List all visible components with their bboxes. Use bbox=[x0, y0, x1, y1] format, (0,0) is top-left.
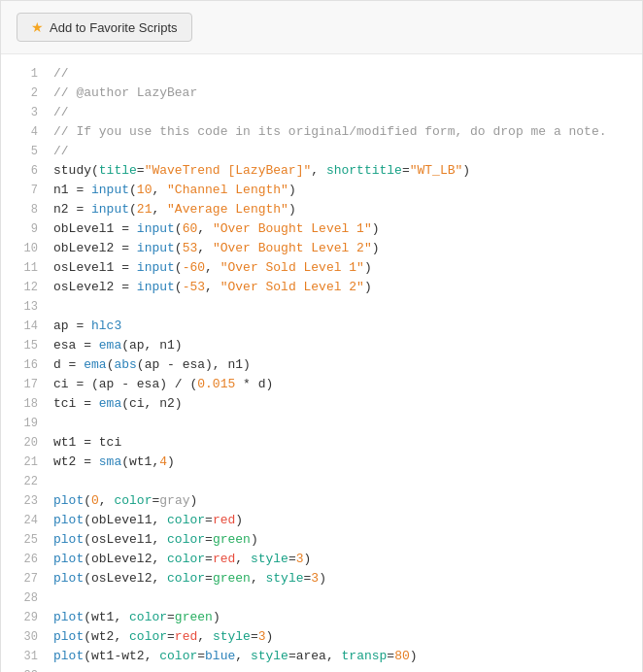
token: = bbox=[205, 571, 213, 586]
add-to-favorites-button[interactable]: ★ Add to Favorite Scripts bbox=[17, 13, 192, 42]
token: plot bbox=[53, 629, 84, 644]
token: "Over Sold Level 2" bbox=[220, 280, 364, 294]
line-number: 11 bbox=[11, 258, 38, 278]
token: input bbox=[137, 260, 175, 275]
token: , bbox=[197, 241, 213, 255]
token: red bbox=[213, 552, 235, 566]
token: ) bbox=[319, 571, 326, 586]
line-number: 27 bbox=[11, 569, 38, 588]
code-line: 19 bbox=[1, 414, 642, 433]
token: // bbox=[53, 144, 69, 158]
token: , bbox=[99, 493, 115, 508]
token: ( bbox=[129, 183, 137, 197]
token: input bbox=[137, 280, 175, 294]
code-line: 4// If you use this code in its original… bbox=[1, 122, 642, 142]
line-number: 23 bbox=[11, 491, 38, 511]
token: color bbox=[167, 513, 205, 527]
line-content: ci = (ap - esa) / (0.015 * d) bbox=[53, 375, 273, 394]
token: = bbox=[288, 649, 296, 663]
code-line: 18tci = ema(ci, n2) bbox=[1, 394, 642, 414]
line-content bbox=[53, 588, 61, 608]
token: color bbox=[159, 649, 197, 663]
line-content: wt2 = sma(wt1,4) bbox=[53, 453, 175, 472]
line-content: // bbox=[53, 103, 69, 122]
line-number: 30 bbox=[11, 627, 38, 647]
fav-button-label: Add to Favorite Scripts bbox=[50, 20, 178, 35]
token: , bbox=[235, 649, 251, 663]
line-content: plot(obLevel2, color=red, style=3) bbox=[53, 550, 311, 569]
token: style bbox=[266, 571, 304, 586]
line-content: plot(wt2, color=red, style=3) bbox=[53, 627, 273, 647]
line-number: 25 bbox=[11, 530, 38, 550]
token: tci = bbox=[53, 396, 99, 411]
token: green bbox=[213, 571, 251, 586]
line-content: // bbox=[53, 142, 69, 161]
token: = bbox=[251, 629, 258, 644]
line-number: 7 bbox=[11, 181, 38, 200]
token: input bbox=[91, 202, 129, 217]
toolbar: ★ Add to Favorite Scripts bbox=[1, 1, 642, 54]
code-line: 28 bbox=[1, 588, 642, 608]
line-number: 29 bbox=[11, 608, 38, 627]
token: ap = bbox=[53, 319, 91, 333]
token: obLevel1 = bbox=[53, 221, 137, 236]
line-content: n2 = input(21, "Average Length") bbox=[53, 200, 296, 219]
token: plot bbox=[53, 493, 84, 508]
line-content: obLevel1 = input(60, "Over Bought Level … bbox=[53, 219, 380, 239]
line-content: osLevel2 = input(-53, "Over Sold Level 2… bbox=[53, 278, 372, 297]
token: ) bbox=[288, 183, 296, 197]
token: abs bbox=[114, 357, 136, 372]
token: ) bbox=[372, 241, 380, 255]
token: ( bbox=[175, 241, 183, 255]
token: input bbox=[137, 241, 175, 255]
line-number: 8 bbox=[11, 200, 38, 219]
token: title bbox=[99, 163, 137, 178]
code-line: 20wt1 = tci bbox=[1, 433, 642, 453]
token: 53 bbox=[183, 241, 198, 255]
token: transp bbox=[342, 649, 388, 663]
token: (wt1, bbox=[121, 454, 159, 469]
token: esa = bbox=[53, 338, 99, 353]
line-content: osLevel1 = input(-60, "Over Sold Level 1… bbox=[53, 258, 372, 278]
code-line: 23plot(0, color=gray) bbox=[1, 491, 642, 511]
token: "Channel Length" bbox=[167, 183, 288, 197]
token: 80 bbox=[394, 649, 410, 663]
token: red bbox=[213, 513, 235, 527]
line-number: 22 bbox=[11, 472, 38, 491]
token: 0.015 bbox=[197, 377, 235, 391]
token: n2 = bbox=[53, 202, 91, 217]
token: d = bbox=[53, 357, 84, 372]
token: style bbox=[251, 552, 288, 566]
token: color bbox=[167, 532, 205, 547]
token: wt1 = tci bbox=[53, 435, 121, 450]
token: hlc3 bbox=[91, 319, 121, 333]
token: (obLevel2, bbox=[84, 552, 167, 566]
line-number: 12 bbox=[11, 278, 38, 297]
line-content bbox=[53, 297, 61, 317]
token: = bbox=[288, 552, 296, 566]
line-content: tci = ema(ci, n2) bbox=[53, 394, 183, 414]
line-content: wt1 = tci bbox=[53, 433, 121, 453]
token: ( bbox=[175, 260, 183, 275]
token: ) bbox=[372, 221, 380, 236]
line-number: 28 bbox=[11, 588, 38, 608]
line-number: 1 bbox=[11, 64, 38, 84]
token: ) bbox=[364, 260, 372, 275]
code-line: 3// bbox=[1, 103, 642, 122]
token: (obLevel1, bbox=[84, 513, 167, 527]
token: ( bbox=[129, 202, 137, 217]
line-content: plot(obLevel1, color=red) bbox=[53, 511, 243, 530]
token: (wt2, bbox=[84, 629, 129, 644]
code-line: 2// @author LazyBear bbox=[1, 84, 642, 103]
token: style bbox=[213, 629, 251, 644]
line-content bbox=[53, 666, 61, 672]
token: = bbox=[167, 610, 175, 624]
token: 3 bbox=[311, 571, 319, 586]
code-line: 15esa = ema(ap, n1) bbox=[1, 336, 642, 355]
token: , bbox=[152, 202, 167, 217]
token: , bbox=[197, 629, 213, 644]
line-content: // bbox=[53, 64, 69, 84]
code-line: 7n1 = input(10, "Channel Length") bbox=[1, 181, 642, 200]
line-content bbox=[53, 472, 61, 491]
token: = bbox=[205, 552, 213, 566]
